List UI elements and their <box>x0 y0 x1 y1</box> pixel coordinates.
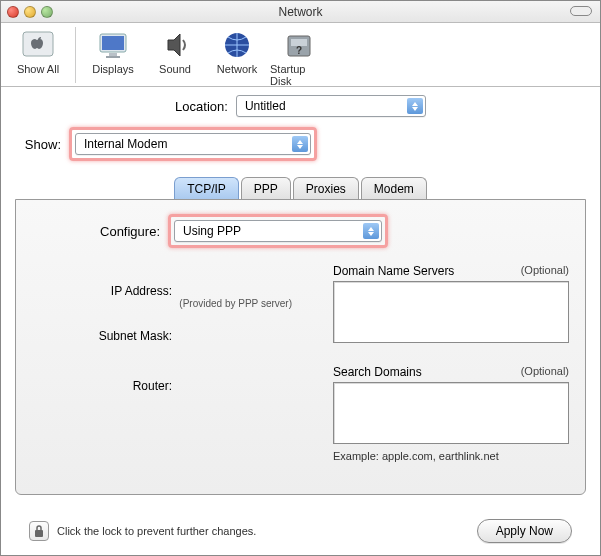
right-column: Domain Name Servers (Optional) Search Do… <box>333 264 569 462</box>
footer: Click the lock to prevent further change… <box>15 513 586 545</box>
lock-icon <box>33 524 45 538</box>
toolbar-separator <box>75 27 76 83</box>
chevron-updown-icon <box>292 136 308 152</box>
show-highlight: Internal Modem <box>69 127 317 161</box>
svg-rect-9 <box>35 530 43 537</box>
network-label: Network <box>217 63 257 75</box>
tab-ppp[interactable]: PPP <box>241 177 291 200</box>
startup-disk-icon: ? <box>281 27 317 63</box>
location-value: Untitled <box>245 99 286 113</box>
toolbar: Show All Displays Sound Network ? Startu <box>1 23 600 87</box>
lock-box: Click the lock to prevent further change… <box>29 521 256 541</box>
search-input[interactable] <box>333 382 569 444</box>
sound-button[interactable]: Sound <box>146 27 204 75</box>
dns-label: Domain Name Servers <box>333 264 454 278</box>
svg-rect-3 <box>109 53 117 56</box>
router-label: Router: <box>32 379 172 393</box>
search-optional: (Optional) <box>521 365 569 379</box>
location-label: Location: <box>175 99 228 114</box>
location-row: Location: Untitled <box>15 95 586 117</box>
svg-text:?: ? <box>296 45 302 56</box>
show-value: Internal Modem <box>84 137 167 151</box>
tab-proxies[interactable]: Proxies <box>293 177 359 200</box>
sound-label: Sound <box>159 63 191 75</box>
location-select[interactable]: Untitled <box>236 95 426 117</box>
apply-now-button[interactable]: Apply Now <box>477 519 572 543</box>
dns-input[interactable] <box>333 281 569 343</box>
dns-title: Domain Name Servers (Optional) <box>333 264 569 278</box>
subnet-mask-label: Subnet Mask: <box>32 329 172 343</box>
displays-label: Displays <box>92 63 134 75</box>
lock-text: Click the lock to prevent further change… <box>57 525 256 537</box>
tab-bar: TCP/IP PPP Proxies Modem <box>15 177 586 200</box>
svg-rect-2 <box>102 36 124 50</box>
displays-icon <box>95 27 131 63</box>
titlebar: Network <box>1 1 600 23</box>
minimize-icon[interactable] <box>24 6 36 18</box>
ip-address-label: IP Address: <box>32 284 172 298</box>
search-label: Search Domains <box>333 365 422 379</box>
network-button[interactable]: Network <box>208 27 266 75</box>
displays-button[interactable]: Displays <box>84 27 142 75</box>
left-column: IP Address: (Provided by PPP server) Sub… <box>32 264 321 462</box>
network-prefs-window: Network Show All Displays Sound <box>0 0 601 556</box>
sound-icon <box>157 27 193 63</box>
apple-prefs-icon <box>20 27 56 63</box>
window-controls <box>7 6 53 18</box>
window-title: Network <box>1 5 600 19</box>
svg-rect-4 <box>106 56 120 58</box>
ip-address-group: IP Address: (Provided by PPP server) <box>32 284 321 309</box>
configure-highlight: Using PPP <box>168 214 388 248</box>
lock-button[interactable] <box>29 521 49 541</box>
body: Location: Untitled Show: Internal Modem … <box>1 87 600 555</box>
example-text: Example: apple.com, earthlink.net <box>333 450 569 462</box>
configure-select[interactable]: Using PPP <box>174 220 382 242</box>
startup-disk-label: Startup Disk <box>270 63 328 87</box>
network-icon <box>219 27 255 63</box>
zoom-icon[interactable] <box>41 6 53 18</box>
dns-optional: (Optional) <box>521 264 569 278</box>
show-all-button[interactable]: Show All <box>9 27 67 75</box>
tab-tcpip[interactable]: TCP/IP <box>174 177 239 200</box>
startup-disk-button[interactable]: ? Startup Disk <box>270 27 328 87</box>
show-row: Show: Internal Modem <box>15 127 586 161</box>
fields-grid: IP Address: (Provided by PPP server) Sub… <box>32 264 569 462</box>
configure-label: Configure: <box>32 224 160 239</box>
chevron-updown-icon <box>363 223 379 239</box>
show-all-label: Show All <box>17 63 59 75</box>
search-title: Search Domains (Optional) <box>333 365 569 379</box>
chevron-updown-icon <box>407 98 423 114</box>
ip-provided-text: (Provided by PPP server) <box>32 298 292 309</box>
tab-modem[interactable]: Modem <box>361 177 427 200</box>
configure-row: Configure: Using PPP <box>32 214 569 248</box>
close-icon[interactable] <box>7 6 19 18</box>
toolbar-pill-icon[interactable] <box>570 6 592 16</box>
show-label: Show: <box>15 137 61 152</box>
show-select[interactable]: Internal Modem <box>75 133 311 155</box>
tcpip-panel: Configure: Using PPP IP Address: (Provid… <box>15 199 586 495</box>
configure-value: Using PPP <box>183 224 241 238</box>
